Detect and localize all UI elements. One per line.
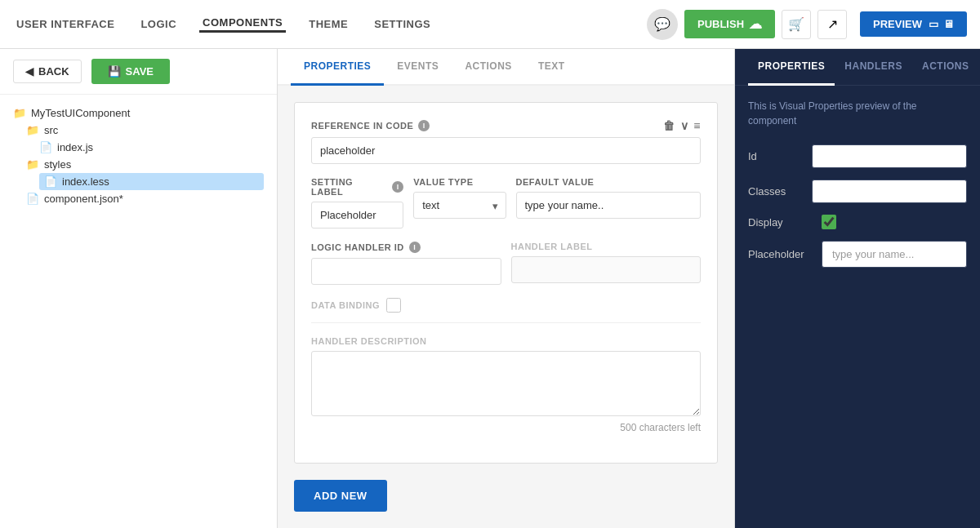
handler-description-label: HANDLER DESCRIPTION [311,336,701,346]
right-tabs: PROPERTIES HANDLERS ACTIONS [735,49,980,86]
left-sidebar: ◀ BACK 💾 SAVE 📁 MyTestUIComponent 📁 src … [0,49,278,528]
tab-properties[interactable]: PROPERTIES [291,49,384,86]
tree-component-json[interactable]: 📄 component.json* [26,190,264,207]
tablet-icon: ▭ [929,18,938,30]
handler-description-row: HANDLER DESCRIPTION 500 characters left [311,336,701,433]
reference-info-icon[interactable]: i [418,120,430,131]
handler-description-textarea[interactable] [311,351,701,416]
nav-theme[interactable]: THEME [305,18,351,30]
prop-display-row: Display [748,215,967,229]
back-button[interactable]: ◀ BACK [13,60,82,83]
nav-right: 💬 PUBLISH ☁ 🛒 ↗ PREVIEW ▭ 🖥 [647,9,967,40]
setting-row: SETTING LABEL i VALUE TYPE text [311,177,701,229]
data-binding-label: DATA BINDING [311,300,380,310]
logic-handler-label: LOGIC HANDLER ID i [311,242,501,253]
tree-index-less[interactable]: 📄 index.less [39,173,264,190]
prop-display-checkbox[interactable] [822,215,836,229]
setting-label-col: SETTING LABEL i [311,177,403,229]
delete-icon[interactable]: 🗑 [663,119,675,132]
value-type-col: VALUE TYPE text [413,177,506,229]
main-layout: ◀ BACK 💾 SAVE 📁 MyTestUIComponent 📁 src … [0,49,980,528]
external-link-button[interactable]: ↗ [817,10,847,39]
prop-id-input[interactable] [812,144,967,168]
right-tab-handlers[interactable]: HANDLERS [835,49,912,86]
nav-components[interactable]: COMPONENTS [199,16,286,33]
prop-id-row: Id [748,144,967,168]
cart-button[interactable]: 🛒 [782,10,811,39]
publish-button[interactable]: PUBLISH ☁ [684,10,775,38]
folder-icon: 📁 [26,158,39,171]
value-type-label: VALUE TYPE [413,177,506,187]
chat-button[interactable]: 💬 [647,9,678,40]
chevron-down-icon[interactable]: ∨ [680,119,689,132]
prop-id-label: Id [748,150,812,162]
add-new-button[interactable]: ADD NEW [294,480,387,512]
handler-label-input[interactable] [511,256,702,283]
file-icon: 📄 [26,193,39,205]
top-nav: USER INTERFACE LOGIC COMPONENTS THEME SE… [0,0,980,49]
value-type-select-wrapper: text [413,192,506,219]
tree-index-js[interactable]: 📄 index.js [39,139,264,156]
save-icon: 💾 [108,65,121,78]
preview-label: PREVIEW [873,18,922,30]
tree-styles-label: styles [44,158,71,171]
prop-display-label: Display [748,216,822,229]
tree-index-less-label: index.less [62,175,109,188]
logic-row: LOGIC HANDLER ID i HANDLER LABEL [311,242,701,285]
center-tabs: PROPERTIES EVENTS ACTIONS TEXT [278,49,734,86]
reference-input[interactable] [311,137,701,164]
logic-info-icon[interactable]: i [409,242,421,253]
right-panel: PROPERTIES HANDLERS ACTIONS This is Visu… [735,49,980,528]
menu-icon[interactable]: ≡ [693,119,701,132]
right-tab-actions[interactable]: ACTIONS [912,49,979,86]
tab-text[interactable]: TEXT [525,49,578,86]
nav-logic[interactable]: LOGIC [137,18,180,30]
center-panel: PROPERTIES EVENTS ACTIONS TEXT REFERENCE… [278,49,735,528]
setting-info-icon[interactable]: i [392,181,403,193]
right-content: This is Visual Properties preview of the… [735,86,980,528]
file-icon: 📄 [44,175,57,188]
tree-styles[interactable]: 📁 styles [26,156,264,173]
prop-placeholder-label: Placeholder [748,248,822,260]
setting-label-label: SETTING LABEL i [311,177,403,197]
tree-root[interactable]: 📁 MyTestUIComponent [13,104,264,122]
tree-src[interactable]: 📁 src [26,122,264,139]
prop-placeholder-row: Placeholder type your name... [748,241,967,268]
reference-label: REFERENCE IN CODE i 🗑 ∨ ≡ [311,119,701,132]
right-tab-properties[interactable]: PROPERTIES [748,49,835,86]
handler-label-col: HANDLER LABEL [511,242,702,285]
preview-button[interactable]: PREVIEW ▭ 🖥 [860,11,967,37]
tab-actions[interactable]: ACTIONS [452,49,525,86]
logic-handler-col: LOGIC HANDLER ID i [311,242,501,285]
default-value-input[interactable] [516,192,702,219]
folder-icon: 📁 [26,124,39,136]
preview-icons: ▭ 🖥 [929,18,954,30]
data-binding-checkbox[interactable] [386,298,401,313]
setting-label-input[interactable] [311,202,403,229]
value-type-select[interactable]: text [413,192,506,219]
back-arrow-icon: ◀ [25,65,33,78]
tab-events[interactable]: EVENTS [384,49,452,86]
file-tree: 📁 MyTestUIComponent 📁 src 📄 index.js 📁 s… [0,95,277,528]
prop-classes-input[interactable] [812,180,967,203]
logic-handler-input[interactable] [311,258,501,285]
prop-classes-row: Classes [748,180,967,203]
desktop-icon: 🖥 [943,18,954,30]
cloud-upload-icon: ☁ [749,16,762,32]
save-button[interactable]: 💾 SAVE [91,59,170,84]
file-icon: 📄 [39,141,52,153]
nav-user-interface[interactable]: USER INTERFACE [13,18,118,30]
prop-classes-label: Classes [748,185,812,197]
nav-items: USER INTERFACE LOGIC COMPONENTS THEME SE… [13,16,647,33]
reference-field-row: REFERENCE IN CODE i 🗑 ∨ ≡ [311,119,701,164]
tree-index-js-label: index.js [57,141,93,153]
nav-settings[interactable]: SETTINGS [371,18,434,30]
back-label: BACK [38,65,69,78]
tree-src-label: src [44,124,58,136]
prop-placeholder-value: type your name... [822,241,967,268]
handler-label-label: HANDLER LABEL [511,242,702,251]
save-label: SAVE [126,65,154,78]
divider [311,322,701,323]
default-value-col: DEFAULT VALUE [516,177,702,229]
tree-root-label: MyTestUIComponent [31,107,130,119]
